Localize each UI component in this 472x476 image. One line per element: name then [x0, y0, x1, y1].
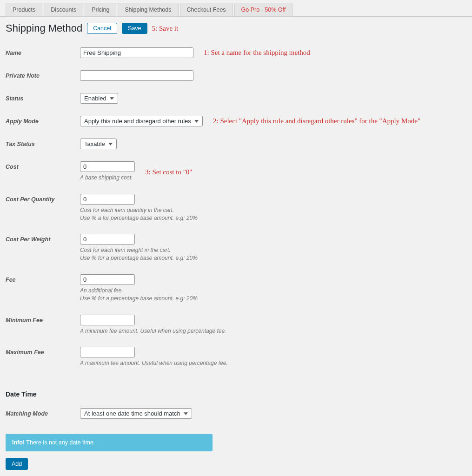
fee-input[interactable]	[80, 274, 135, 285]
tab-checkout-fees[interactable]: Checkout Fees	[180, 3, 233, 16]
label-cost-per-weight: Cost Per Weight	[6, 234, 80, 243]
cost-per-weight-input[interactable]	[80, 234, 135, 245]
cancel-button[interactable]: Cancel	[87, 23, 117, 34]
cpq-help1: Cost for each item quantity in the cart.	[80, 206, 198, 214]
label-datetime-matching-mode: Matching Mode	[6, 408, 80, 417]
apply-mode-select[interactable]: Apply this rule and disregard other rule…	[80, 116, 203, 126]
max-fee-help: A maximum fee amount. Useful when using …	[80, 359, 228, 367]
tab-bar: Products Discounts Pricing Shipping Meth…	[0, 0, 472, 17]
datetime-add-button[interactable]: Add	[6, 458, 28, 470]
page-title: Shipping Method	[6, 22, 82, 34]
tax-status-select[interactable]: Taxable	[80, 139, 117, 149]
label-tax-status: Tax Status	[6, 139, 80, 147]
label-fee: Fee	[6, 274, 80, 283]
tab-go-pro[interactable]: Go Pro - 50% Off	[234, 3, 293, 16]
save-button[interactable]: Save	[122, 23, 147, 34]
min-fee-input[interactable]	[80, 315, 135, 325]
tab-products[interactable]: Products	[6, 3, 42, 16]
annotation-3: 3: Set cost to "0"	[145, 168, 192, 176]
label-max-fee: Maximum Fee	[6, 347, 80, 356]
tab-discounts[interactable]: Discounts	[44, 3, 83, 16]
fee-help2: Use % for a percentage base amount. e.g:…	[80, 295, 198, 303]
max-fee-input[interactable]	[80, 347, 135, 357]
datetime-info-box: Info! There is not any date time.	[6, 434, 213, 451]
label-cost-per-quantity: Cost Per Quantity	[6, 194, 80, 203]
datetime-matching-mode-select[interactable]: At least one date time should match	[80, 408, 192, 419]
datetime-heading: Date Time	[0, 377, 472, 401]
private-note-input[interactable]	[80, 70, 193, 81]
tab-shipping-methods[interactable]: Shipping Methods	[118, 3, 178, 16]
label-private-note: Private Note	[6, 70, 80, 79]
info-label: Info!	[12, 439, 25, 446]
label-apply-mode: Apply Mode	[6, 116, 80, 125]
info-text: There is not any date time.	[25, 439, 95, 446]
fee-help1: An additional fee.	[80, 287, 198, 295]
conditions-heading: Conditions	[0, 470, 472, 476]
cpw-help2: Use % for a percentage base amount. e.g:…	[80, 254, 198, 262]
cpw-help1: Cost for each item weight in the cart.	[80, 246, 198, 254]
cost-input[interactable]	[80, 161, 135, 172]
tab-pricing[interactable]: Pricing	[85, 3, 116, 16]
label-status: Status	[6, 93, 80, 102]
annotation-5: 5: Save it	[152, 25, 179, 33]
annotation-1: 1: Set a name for the shipping method	[204, 49, 310, 57]
min-fee-help: A minimum fee amount. Useful when using …	[80, 327, 226, 335]
cost-help: A base shipping cost.	[80, 174, 135, 182]
cost-per-quantity-input[interactable]	[80, 194, 135, 205]
name-input[interactable]	[80, 47, 193, 58]
status-select[interactable]: Enabled	[80, 93, 118, 104]
label-cost: Cost	[6, 161, 80, 170]
cpq-help2: Use % a for percentage base amount. e.g:…	[80, 214, 198, 222]
label-min-fee: Minimum Fee	[6, 315, 80, 324]
annotation-2: 2: Select "Apply this rule and disregard…	[213, 117, 420, 125]
label-name: Name	[6, 47, 80, 56]
